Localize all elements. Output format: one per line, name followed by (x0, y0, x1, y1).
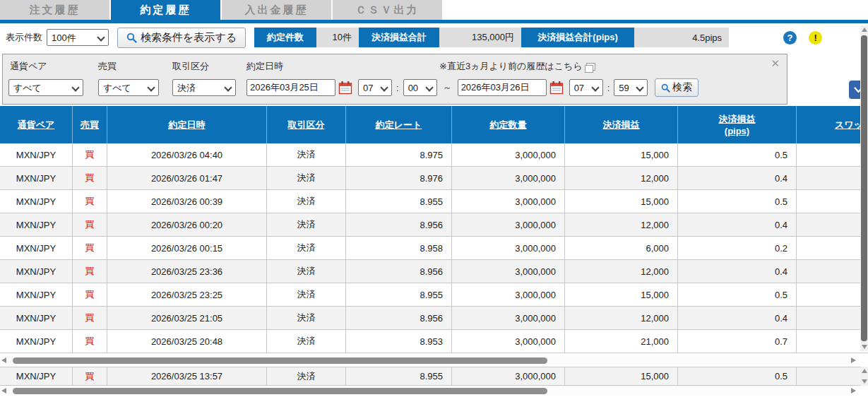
search-criteria-toggle-label: 検索条件を表示する (141, 31, 237, 45)
cell-settlement-pl-pips: 0.4 (678, 167, 797, 189)
currency-pair-filter-label: 通貨ペア (10, 60, 47, 73)
cell-execution-rate: 8.956 (346, 307, 452, 329)
header-execution-datetime[interactable]: 約定日時 (107, 106, 267, 143)
table-row[interactable]: MXN/JPY 買 2026/03/25 20:48 決済 8.953 3,00… (0, 330, 868, 353)
cell-side: 買 (73, 307, 107, 329)
scroll-down-arrow-icon[interactable] (862, 345, 867, 349)
cell-settlement-pl-pips: 0.7 (678, 330, 797, 353)
cell-settlement-pl: 6,000 (565, 237, 678, 259)
cell-settlement-pl-pips: 0.4 (678, 307, 797, 329)
search-icon (126, 32, 137, 43)
cell-currency-pair: MXN/JPY (0, 213, 73, 236)
cell-settlement-pl: 15,000 (565, 190, 678, 213)
cell-side: 買 (73, 237, 107, 259)
cell-trade-type: 決済 (267, 167, 346, 189)
table-row[interactable]: MXN/JPY 買 2026/03/25 21:05 決済 8.956 3,00… (0, 307, 868, 330)
table-row[interactable]: MXN/JPY 買 2026/03/26 00:39 決済 8.955 3,00… (0, 190, 868, 213)
header-execution-rate[interactable]: 約定レート (346, 106, 452, 143)
hour-to-select[interactable]: 07 (569, 79, 603, 96)
scroll-up-arrow-icon[interactable] (862, 28, 867, 32)
cell-settlement-pl-pips: 0.4 (678, 260, 797, 283)
cell-execution-rate: 8.975 (346, 143, 452, 166)
display-count-select[interactable]: 100件 (47, 29, 109, 46)
trade-type-filter-label: 取引区分 (172, 60, 209, 73)
cell-execution-quantity: 3,000,000 (452, 367, 565, 385)
tab-csv-export[interactable]: ＣＳＶ出力 (333, 0, 442, 20)
cell-settlement-pl-pips: 0.5 (678, 283, 797, 306)
date-to-input[interactable] (458, 79, 547, 96)
tab-order-history[interactable]: 注文履歴 (0, 0, 109, 20)
vertical-scrollbar-thumb[interactable] (861, 35, 867, 341)
scroll-left-arrow-icon[interactable] (1, 357, 6, 363)
cell-execution-datetime: 2026/03/25 21:05 (107, 307, 267, 329)
table-row[interactable]: MXN/JPY 買 2026/03/26 04:40 決済 8.975 3,00… (0, 143, 868, 167)
minute-to-select[interactable]: 59 (614, 79, 648, 96)
vertical-scrollbar-footer[interactable] (860, 367, 868, 386)
header-settlement-pl[interactable]: 決済損益 (565, 106, 678, 143)
search-filter-panel: 通貨ペア 売買 取引区分 約定日時 ※直近3ヵ月より前の履歴はこちら ✕ すべて… (2, 54, 787, 105)
cell-currency-pair: MXN/JPY (0, 143, 73, 166)
date-from-input[interactable] (246, 79, 335, 96)
horizontal-scrollbar[interactable] (0, 356, 859, 365)
side-select[interactable]: すべて (98, 79, 159, 96)
cell-trade-type: 決済 (267, 143, 346, 166)
header-settlement-pl-pips[interactable]: 決済損益(pips) (678, 106, 797, 143)
cell-side: 買 (73, 283, 107, 306)
table-row[interactable]: MXN/JPY 買 2026/03/26 01:47 決済 8.976 3,00… (0, 167, 868, 190)
header-swap[interactable]: スワップ (797, 106, 868, 143)
search-icon (661, 83, 670, 93)
horizontal-scrollbar-thumb[interactable] (13, 388, 547, 394)
table-row[interactable]: MXN/JPY 買 2026/03/25 13:57 決済 8.955 3,00… (0, 367, 868, 386)
scroll-left-arrow-icon[interactable] (1, 388, 6, 394)
table-row[interactable]: MXN/JPY 買 2026/03/25 23:36 決済 8.956 3,00… (0, 260, 868, 283)
table-row[interactable]: MXN/JPY 買 2026/03/26 00:20 決済 8.956 3,00… (0, 213, 868, 237)
vertical-scrollbar[interactable] (860, 25, 868, 351)
summary-stats: 約定件数 10件 決済損益合計 135,000円 決済損益合計(pips) 4.… (254, 28, 729, 47)
time-colon-2: : (607, 83, 610, 93)
cell-currency-pair: MXN/JPY (0, 330, 73, 353)
cell-settlement-pl: 15,000 (565, 283, 678, 306)
search-criteria-toggle-button[interactable]: 検索条件を表示する (117, 28, 246, 48)
header-trade-type[interactable]: 取引区分 (267, 106, 346, 143)
table-body: MXN/JPY 買 2026/03/26 04:40 決済 8.975 3,00… (0, 143, 868, 353)
currency-pair-select[interactable]: すべて (8, 79, 83, 96)
search-button[interactable]: 検索 (655, 78, 698, 97)
calendar-from-icon[interactable] (338, 81, 352, 95)
hour-from-select-wrap: 07 (358, 79, 392, 96)
table-row[interactable]: MXN/JPY 買 2026/03/26 00:15 決済 8.958 3,00… (0, 237, 868, 260)
cell-execution-rate: 8.955 (346, 367, 452, 385)
header-currency-pair[interactable]: 通貨ペア (0, 106, 73, 143)
cell-side: 買 (73, 260, 107, 283)
hour-from-select[interactable]: 07 (358, 79, 392, 96)
cell-side: 買 (73, 167, 107, 189)
scroll-up-arrow-icon[interactable] (862, 369, 867, 373)
horizontal-scrollbar-footer[interactable] (0, 386, 859, 396)
older-history-link[interactable]: ※直近3ヵ月より前の履歴はこちら (439, 60, 595, 73)
range-tilde: ～ (443, 81, 452, 94)
horizontal-scrollbar-thumb[interactable] (13, 357, 547, 364)
cell-execution-rate: 8.955 (346, 283, 452, 306)
minute-to-select-wrap: 59 (614, 79, 648, 96)
trade-type-select[interactable]: 決済 (172, 79, 236, 96)
tab-execution-history[interactable]: 約定履歴 (111, 0, 220, 20)
scroll-down-arrow-icon[interactable] (862, 379, 867, 384)
header-side[interactable]: 売買 (73, 106, 107, 143)
cell-trade-type: 決済 (267, 190, 346, 213)
tab-deposit-withdrawal-history[interactable]: 入出金履歴 (222, 0, 331, 20)
cell-swap (797, 237, 868, 259)
table-row[interactable]: MXN/JPY 買 2026/03/25 23:25 決済 8.955 3,00… (0, 283, 868, 307)
minute-from-select[interactable]: 00 (403, 79, 437, 96)
calendar-to-icon[interactable] (549, 81, 564, 95)
hour-to-select-wrap: 07 (569, 79, 603, 96)
warning-icon[interactable]: ! (809, 31, 822, 45)
cell-swap (797, 190, 868, 213)
help-icon[interactable]: ? (783, 31, 797, 45)
display-count-label: 表示件数 (6, 31, 42, 44)
cell-trade-type: 決済 (267, 260, 346, 283)
cell-currency-pair: MXN/JPY (0, 237, 73, 259)
scroll-right-arrow-icon[interactable] (851, 357, 856, 363)
header-execution-quantity[interactable]: 約定数量 (452, 106, 565, 143)
close-filter-icon[interactable]: ✕ (771, 57, 780, 70)
cell-execution-datetime: 2026/03/26 01:47 (107, 167, 267, 189)
scroll-right-arrow-icon[interactable] (851, 388, 856, 394)
